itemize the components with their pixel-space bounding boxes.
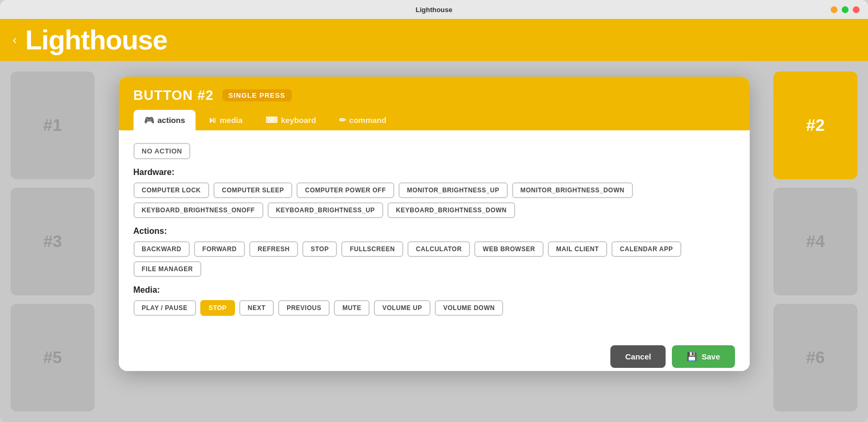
chip-computer-lock[interactable]: COMPUTER LOCK <box>134 182 210 198</box>
tab-command-label: command <box>349 116 386 125</box>
hardware-chips: COMPUTER LOCK COMPUTER SLEEP COMPUTER PO… <box>134 182 735 218</box>
save-label: Save <box>701 352 720 361</box>
action-dialog: BUTTON #2 SINGLE PRESS 🎮 actions ⏯ media… <box>119 77 750 371</box>
media-icon: ⏯ <box>208 116 217 125</box>
command-icon: ✏ <box>339 115 346 125</box>
dialog-tabs: 🎮 actions ⏯ media ⌨ keyboard ✏ command <box>134 110 735 130</box>
chip-computer-sleep[interactable]: COMPUTER SLEEP <box>213 182 292 198</box>
chip-keyboard-brightness-down[interactable]: KEYBOARD_BRIGHTNESS_DOWN <box>387 202 515 218</box>
chip-file-manager[interactable]: FILE MANAGER <box>134 261 201 277</box>
tab-keyboard-label: keyboard <box>281 116 316 125</box>
chip-calendar-app[interactable]: CALENDAR APP <box>611 241 681 257</box>
actions-icon: 🎮 <box>144 115 155 125</box>
chip-monitor-brightness-down[interactable]: MONITOR_BRIGHTNESS_DOWN <box>512 182 633 198</box>
app-header: ‹ Lighthouse <box>0 19 868 61</box>
actions-section-title: Actions: <box>134 227 735 236</box>
tab-actions[interactable]: 🎮 actions <box>134 110 196 130</box>
chip-mute[interactable]: MUTE <box>334 300 370 316</box>
save-icon: 💾 <box>687 352 697 362</box>
cancel-button[interactable]: Cancel <box>610 345 666 368</box>
hardware-section-title: Hardware: <box>134 168 735 177</box>
main-content: #1 #2 #3 #4 #5 #6 BUTTON #2 SINGLE PRESS… <box>0 61 868 422</box>
grid-btn-2[interactable]: #2 <box>773 71 857 179</box>
chip-mail-client[interactable]: MAIL CLIENT <box>548 241 607 257</box>
grid-btn-3[interactable]: #3 <box>11 188 95 295</box>
grid-btn-6[interactable]: #6 <box>773 304 857 411</box>
maximize-button[interactable] <box>842 6 849 13</box>
tab-actions-label: actions <box>158 116 186 125</box>
window-title: Lighthouse <box>415 6 452 14</box>
chip-stop[interactable]: STOP <box>302 241 337 257</box>
dialog-button-label: BUTTON #2 <box>134 87 214 104</box>
window-controls <box>831 6 860 13</box>
chip-monitor-brightness-up[interactable]: MONITOR_BRIGHTNESS_UP <box>399 182 508 198</box>
save-button[interactable]: 💾 Save <box>672 345 734 368</box>
grid-btn-4[interactable]: #4 <box>773 188 857 295</box>
tab-keyboard[interactable]: ⌨ keyboard <box>255 110 326 130</box>
chip-fullscreen[interactable]: FULLSCREEN <box>341 241 403 257</box>
app-title: Lighthouse <box>25 24 167 56</box>
dialog-header-top: BUTTON #2 SINGLE PRESS <box>134 87 735 104</box>
chip-refresh[interactable]: REFRESH <box>249 241 298 257</box>
chip-calculator[interactable]: CALCULATOR <box>407 241 470 257</box>
chip-next[interactable]: NEXT <box>239 300 274 316</box>
chip-stop-media[interactable]: STOP <box>200 300 235 316</box>
tab-command[interactable]: ✏ command <box>329 110 397 130</box>
chip-keyboard-brightness-up[interactable]: KEYBOARD_BRIGHTNESS_UP <box>268 202 383 218</box>
chip-previous[interactable]: PREVIOUS <box>278 300 330 316</box>
chip-play-pause[interactable]: PLAY / PAUSE <box>134 300 196 316</box>
close-button[interactable] <box>853 6 860 13</box>
press-type-badge: SINGLE PRESS <box>222 89 292 101</box>
no-action-chip[interactable]: NO ACTION <box>134 143 191 159</box>
title-bar: Lighthouse <box>0 0 868 19</box>
dialog-body: NO ACTION Hardware: COMPUTER LOCK COMPUT… <box>119 130 750 337</box>
media-section-title: Media: <box>134 285 735 295</box>
chip-volume-up[interactable]: VOLUME UP <box>374 300 431 316</box>
keyboard-icon: ⌨ <box>265 115 278 125</box>
chip-backward[interactable]: BACKWARD <box>134 241 190 257</box>
actions-chips: BACKWARD FORWARD REFRESH STOP FULLSCREEN… <box>134 241 735 277</box>
dialog-footer: Cancel 💾 Save <box>119 337 750 371</box>
media-chips: PLAY / PAUSE STOP NEXT PREVIOUS MUTE VOL… <box>134 300 735 316</box>
tab-media[interactable]: ⏯ media <box>198 110 253 130</box>
chip-forward[interactable]: FORWARD <box>194 241 245 257</box>
chip-keyboard-brightness-onoff[interactable]: KEYBOARD_BRIGHTNESS_ONOFF <box>134 202 263 218</box>
grid-btn-1[interactable]: #1 <box>11 71 95 179</box>
grid-btn-5[interactable]: #5 <box>11 304 95 411</box>
tab-media-label: media <box>220 116 242 125</box>
dialog-header: BUTTON #2 SINGLE PRESS 🎮 actions ⏯ media… <box>119 77 750 130</box>
chip-computer-power-off[interactable]: COMPUTER POWER OFF <box>297 182 394 198</box>
minimize-button[interactable] <box>831 6 838 13</box>
back-button[interactable]: ‹ <box>13 34 17 46</box>
chip-web-browser[interactable]: WEB BROWSER <box>474 241 544 257</box>
chip-volume-down[interactable]: VOLUME DOWN <box>435 300 503 316</box>
